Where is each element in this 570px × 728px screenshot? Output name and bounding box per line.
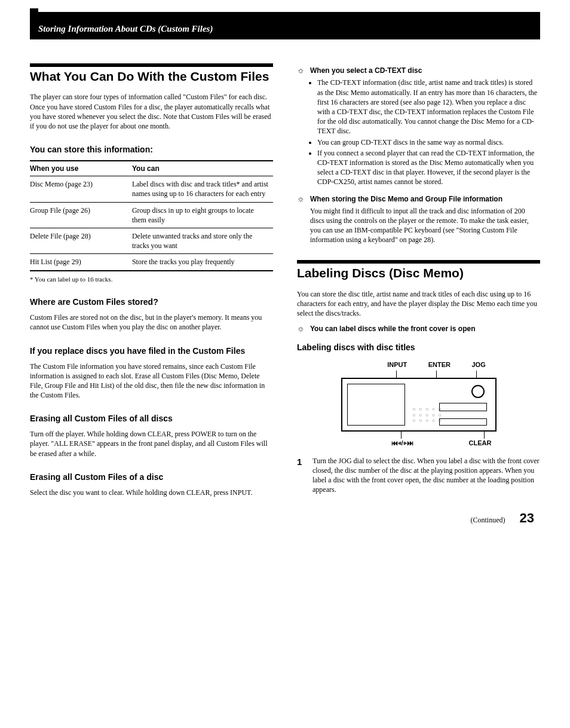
table-cell: Group discs in up to eight groups to loc… — [132, 202, 273, 228]
page-number: 23 — [520, 509, 534, 527]
section-title: What You Can Do With the Custom Files — [30, 69, 273, 84]
section-rule — [30, 63, 273, 67]
tip-title: When storing the Disc Memo and Group Fil… — [310, 194, 502, 204]
table-header: When you use — [30, 161, 132, 176]
tip-body: You might find it difficult to input all… — [310, 206, 540, 245]
diagram-label: ⏮◁/▷⏭ — [391, 439, 413, 448]
tip-title: When you select a CD-TEXT disc — [310, 66, 422, 75]
tip-icon: ☼ — [297, 66, 307, 75]
step-block: 1 Turn the JOG dial to select the disc. … — [297, 456, 540, 495]
table-row: Hit List (page 29) Store the tracks you … — [30, 254, 273, 271]
list-item: The CD-TEXT information (disc title, art… — [317, 78, 540, 136]
panel-dots: ○ ○ ○ ○ ○○ ○ ○ ○ ○○ ○ ○ ○ ○ — [413, 406, 443, 424]
tip-icon: ☼ — [297, 324, 307, 334]
chapter-title: Storing Information About CDs (Custom Fi… — [38, 24, 213, 33]
jog-dial-icon — [471, 385, 485, 398]
table-cell: Delete unwanted tracks and store only th… — [132, 228, 273, 253]
buttons-icon — [439, 418, 487, 426]
subheading: If you replace discs you have filed in t… — [30, 345, 273, 357]
right-column: ☼ When you select a CD-TEXT disc The CD-… — [297, 63, 540, 527]
table-row: Disc Memo (page 23) Label discs with dis… — [30, 176, 273, 202]
diagram-label: INPUT — [387, 360, 407, 369]
intro-paragraph: The player can store four types of infor… — [30, 92, 273, 131]
table-cell: Group File (page 26) — [30, 202, 132, 228]
tip-title: You can label discs while the front cove… — [310, 324, 476, 334]
body-paragraph: Select the disc you want to clear. While… — [30, 488, 273, 497]
table-cell: Delete File (page 28) — [30, 228, 132, 253]
table-cell: Store the tracks you play frequently — [132, 254, 273, 271]
table-cell: Hit List (page 29) — [30, 254, 132, 271]
left-column: What You Can Do With the Custom Files Th… — [30, 63, 273, 527]
subheading: Erasing all Custom Files of all discs — [30, 413, 273, 424]
page-footer: (Continued) 23 — [297, 509, 540, 527]
list-item: You can group CD-TEXT discs in the same … — [317, 137, 540, 147]
display-icon — [439, 403, 487, 411]
store-heading: You can store this information: — [30, 144, 273, 155]
tip-block: ☼ You can label discs while the front co… — [297, 324, 540, 334]
section-rule — [297, 260, 540, 264]
table-cell: Label discs with disc and track titles* … — [132, 176, 273, 202]
subheading: Where are Custom Files stored? — [30, 296, 273, 308]
diagram-label: JOG — [471, 360, 485, 369]
body-paragraph: The Custom File information you have sto… — [30, 362, 273, 400]
section-title: Labeling Discs (Disc Memo) — [297, 266, 540, 280]
step-number: 1 — [297, 456, 305, 495]
table-row: Group File (page 26) Group discs in up t… — [30, 202, 273, 228]
subheading: Labeling discs with disc titles — [297, 342, 540, 353]
diagram-label: ENTER — [428, 360, 451, 369]
list-item: If you connect a second player that can … — [317, 148, 540, 187]
table-cell: Disc Memo (page 23) — [30, 176, 132, 202]
page-columns: What You Can Do With the Custom Files Th… — [30, 63, 540, 527]
tip-block: ☼ When storing the Disc Memo and Group F… — [297, 194, 540, 204]
table-footnote: * You can label up to 16 tracks. — [30, 275, 273, 284]
continued-label: (Continued) — [471, 515, 505, 525]
table-header: You can — [132, 161, 273, 176]
tip-block: ☼ When you select a CD-TEXT disc — [297, 66, 540, 75]
table-row: Delete File (page 28) Delete unwanted tr… — [30, 228, 273, 253]
diagram-label: CLEAR — [469, 439, 492, 448]
step-text: Turn the JOG dial to select the disc. Wh… — [312, 456, 540, 495]
subheading: Erasing all Custom Files of a disc — [30, 472, 273, 483]
body-paragraph: Custom Files are stored not on the disc,… — [30, 313, 273, 332]
custom-files-table: When you use You can Disc Memo (page 23)… — [30, 160, 273, 271]
body-paragraph: You can store the disc title, artist nam… — [297, 289, 540, 319]
device-diagram: INPUT ENTER JOG ○ ○ ○ ○ ○○ ○ ○ ○ ○○ ○ ○ … — [341, 360, 497, 448]
tip-icon: ☼ — [297, 194, 307, 204]
body-paragraph: Turn off the player. While holding down … — [30, 429, 273, 458]
tip-bullets: The CD-TEXT information (disc title, art… — [317, 78, 540, 186]
chapter-header: Storing Information About CDs (Custom Fi… — [30, 12, 540, 39]
device-outline: ○ ○ ○ ○ ○○ ○ ○ ○ ○○ ○ ○ ○ ○ — [341, 378, 497, 432]
